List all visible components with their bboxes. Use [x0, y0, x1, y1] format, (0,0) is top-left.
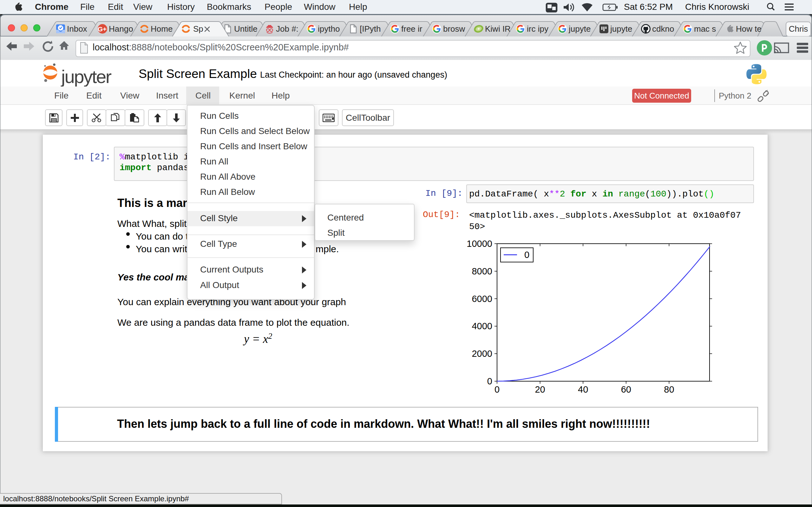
svg-text:0: 0	[487, 376, 492, 386]
svg-text:free ir: free ir	[401, 24, 422, 34]
svg-text:80: 80	[664, 384, 674, 395]
svg-text:How te: How te	[736, 24, 762, 34]
svg-text:20: 20	[535, 384, 545, 395]
svg-text:mac s: mac s	[694, 24, 716, 34]
svg-text:[IPyth: [IPyth	[360, 24, 380, 34]
svg-text:irc ipy: irc ipy	[527, 24, 548, 34]
svg-text:4000: 4000	[472, 321, 492, 331]
svg-text:10000: 10000	[467, 239, 492, 249]
svg-text:jupyte: jupyte	[610, 24, 632, 34]
svg-text:Inbox: Inbox	[67, 24, 87, 34]
svg-text:jupyter: jupyter	[61, 66, 112, 87]
svg-text:8000: 8000	[472, 266, 492, 276]
svg-text:G+: G+	[98, 25, 107, 33]
svg-text:Home: Home	[151, 24, 172, 34]
svg-text:Job #:: Job #:	[276, 24, 299, 34]
svg-text:60: 60	[621, 384, 631, 395]
svg-text:brosw: brosw	[443, 24, 465, 34]
svg-text:ipytho: ipytho	[318, 24, 340, 34]
svg-text:jupyte: jupyte	[568, 24, 591, 34]
svg-text:Untitle: Untitle	[234, 24, 258, 34]
svg-text:40: 40	[578, 384, 588, 395]
svg-text:2000: 2000	[472, 349, 492, 359]
svg-text:Chris: Chris	[789, 24, 808, 34]
svg-text:0: 0	[495, 384, 500, 395]
svg-text:0: 0	[524, 250, 529, 260]
svg-text:cdkno: cdkno	[652, 24, 674, 34]
svg-text:Sp: Sp	[193, 24, 203, 34]
svg-text:6000: 6000	[472, 294, 492, 304]
svg-text:Kiwi IR: Kiwi IR	[485, 24, 511, 34]
svg-text:Hango: Hango	[109, 24, 133, 34]
